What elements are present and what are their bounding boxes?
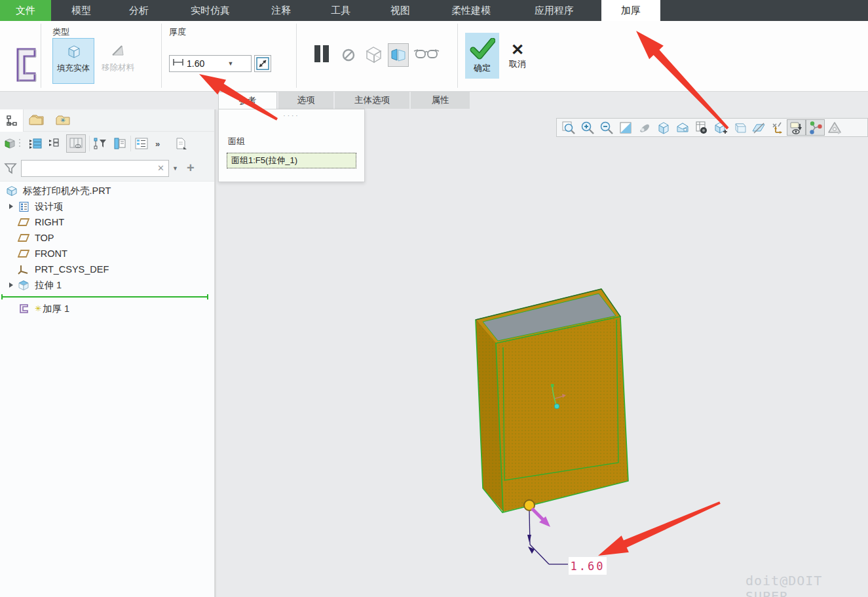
thicken-feature-icon (14, 47, 37, 85)
tree-tab-row: ✳ (0, 109, 214, 132)
tree-filter-icon[interactable] (93, 134, 107, 153)
tree-search-box[interactable]: ✕ (21, 160, 169, 177)
tab-model[interactable]: 模型 (56, 0, 106, 21)
group-separator (296, 24, 297, 88)
tab-live-simulation[interactable]: 实时仿真 (172, 0, 249, 21)
tree-document-icon[interactable] (174, 134, 187, 153)
tree-book-icon[interactable] (113, 134, 127, 153)
model-tree-panel: ✳ » (0, 109, 216, 597)
tab-references[interactable]: 参考 (218, 92, 277, 109)
add-filter-button[interactable]: + (181, 161, 195, 176)
tree-item-top-plane[interactable]: TOP (0, 230, 214, 246)
tree-search-input[interactable] (22, 163, 153, 173)
datum-plane-icon (17, 249, 30, 258)
perspective-icon[interactable] (730, 119, 749, 136)
group-separator (161, 24, 162, 88)
tab-applications[interactable]: 应用程序 (515, 0, 594, 21)
datum-display-icon[interactable] (749, 119, 768, 136)
ok-button[interactable]: 确定 (465, 33, 499, 79)
coordinate-system-icon (17, 264, 30, 275)
zoom-in-icon[interactable] (578, 119, 597, 136)
solid-cube-icon (64, 43, 83, 63)
view-manager-capture-icon[interactable] (692, 119, 711, 136)
model-display-icon[interactable] (3, 134, 16, 153)
tab-options[interactable]: 选项 (278, 92, 333, 109)
regenerate-star-icon: ✳ (35, 304, 41, 313)
tree-item-csys[interactable]: PRT_CSYS_DEF (0, 261, 214, 277)
zoom-out-icon[interactable] (597, 119, 616, 136)
graphics-canvas[interactable]: 参考 选项 主体选项 属性 ···· 面组 面组1:F5(拉伸_1) (216, 92, 868, 597)
tab-thicken-active[interactable]: 加厚 (601, 0, 660, 21)
tree-item-front-plane[interactable]: FRONT (0, 246, 214, 261)
attached-preview-button[interactable] (388, 43, 409, 67)
panel-drag-handle[interactable]: ···· (219, 109, 364, 119)
tab-annotate[interactable]: 注释 (255, 0, 307, 21)
tree-columns-toggle-icon[interactable] (66, 134, 86, 153)
fill-solid-button[interactable]: 填充实体 (52, 38, 94, 84)
saved-orientations-icon[interactable] (673, 119, 692, 136)
tree-item-right-plane[interactable]: RIGHT (0, 214, 214, 230)
tab-flexible-modeling[interactable]: 柔性建模 (432, 0, 510, 21)
tab-file[interactable]: 文件 (0, 0, 51, 21)
shading-style-icon[interactable] (635, 119, 654, 136)
no-preview-button[interactable] (341, 47, 356, 63)
filter-funnel-icon[interactable] (4, 159, 17, 178)
datum-plane-icon (17, 233, 30, 242)
graphics-toolbar (556, 118, 868, 137)
spin-center-toggle-icon[interactable] (787, 119, 806, 136)
tree-search-row: ✕ ▼ + (0, 155, 214, 182)
grip-dots-icon (18, 134, 23, 153)
tree-toolbar-row: » (0, 132, 214, 155)
search-dropdown-arrow[interactable]: ▼ (169, 165, 181, 172)
tab-properties[interactable]: 属性 (411, 92, 470, 109)
favorites-folder-icon[interactable]: ✳ (55, 112, 72, 130)
ribbon-tab-bar: 文件 模型 分析 实时仿真 注释 工具 视图 柔性建模 应用程序 加厚 (0, 0, 868, 21)
wireframe-preview-button[interactable] (363, 45, 384, 64)
thicken-dashboard: 类型 填充实体 移除材料 厚度 ▼ (0, 21, 868, 92)
thickness-input-box[interactable]: ▼ (169, 55, 252, 72)
clear-search-icon[interactable]: ✕ (153, 163, 168, 173)
expand-caret-icon[interactable] (9, 282, 13, 288)
dimension-width-icon (170, 58, 187, 69)
verify-glasses-button[interactable] (413, 47, 440, 63)
thickness-dropdown-arrow[interactable]: ▼ (225, 56, 236, 71)
flip-direction-button[interactable] (254, 55, 271, 72)
tree-item-design-items[interactable]: 设计项 (0, 199, 214, 214)
section-icon[interactable] (711, 119, 730, 136)
model-tree-tab[interactable] (0, 109, 24, 132)
references-panel: ···· 面组 面组1:F5(拉伸_1) (218, 109, 365, 182)
collapse-list-icon[interactable] (48, 134, 61, 153)
tree-item-extrude-1[interactable]: 拉伸 1 (0, 277, 214, 293)
toolbar-overflow-chevron[interactable]: » (155, 134, 160, 153)
quilt-label: 面组 (228, 136, 245, 147)
type-group-label: 类型 (52, 26, 69, 38)
tab-view[interactable]: 视图 (375, 0, 426, 21)
tree-insert-locator[interactable] (0, 293, 214, 301)
quilt-collector[interactable]: 面组1:F5(拉伸_1) (227, 153, 356, 168)
thicken-feature-icon (17, 303, 30, 314)
tab-body-options[interactable]: 主体选项 (335, 92, 409, 109)
folder-browser-icon[interactable] (29, 112, 46, 130)
refit-icon[interactable] (559, 119, 578, 136)
tree-item-thicken-1[interactable]: ✳ 加厚 1 (0, 301, 214, 317)
datum-plane-icon (17, 218, 30, 227)
remove-material-icon (109, 42, 127, 62)
cancel-button[interactable]: ✕ 取消 (502, 33, 533, 79)
thickness-value-input[interactable] (187, 58, 225, 69)
expand-list-icon[interactable] (28, 134, 43, 153)
3d-dragger-icon[interactable] (806, 119, 825, 136)
tab-analysis[interactable]: 分析 (114, 0, 164, 21)
tree-settings-icon[interactable] (134, 134, 149, 153)
pause-button[interactable] (312, 43, 331, 64)
remove-material-button[interactable]: 移除材料 (97, 38, 139, 84)
group-separator (457, 24, 458, 88)
tab-tools[interactable]: 工具 (313, 0, 368, 21)
annotation-display-icon[interactable] (768, 119, 787, 136)
tree-root-part[interactable]: 标签打印机外壳.PRT (0, 183, 214, 199)
display-style-icon[interactable] (654, 119, 673, 136)
watermark: doit@DOIT SUPER (745, 573, 868, 597)
part-cube-icon (5, 185, 18, 197)
analysis-icon[interactable] (825, 119, 844, 136)
expand-caret-icon[interactable] (9, 204, 13, 209)
repaint-icon[interactable] (616, 119, 635, 136)
